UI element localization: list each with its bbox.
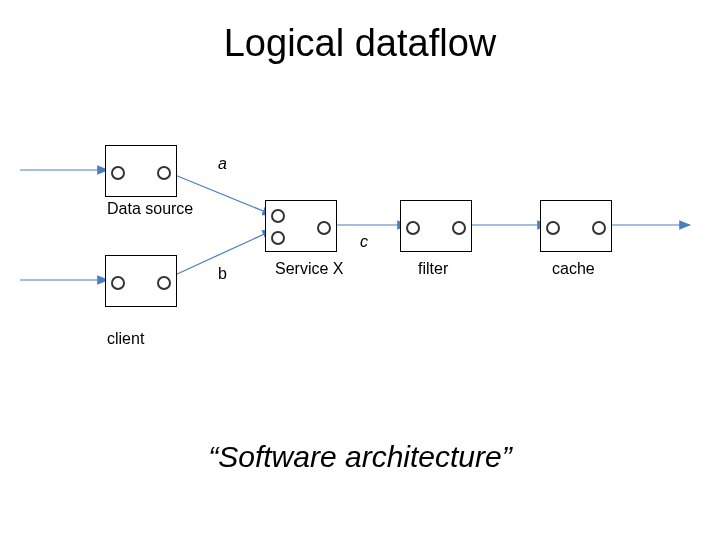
port-icon xyxy=(406,221,420,235)
port-icon xyxy=(271,231,285,245)
port-icon xyxy=(546,221,560,235)
node-top xyxy=(105,145,177,197)
label-a: a xyxy=(218,155,227,173)
label-b: b xyxy=(218,265,227,283)
node-cache xyxy=(540,200,612,252)
label-c: c xyxy=(360,233,368,251)
label-data-source: Data source xyxy=(107,200,193,218)
label-service-x: Service X xyxy=(275,260,343,278)
port-icon xyxy=(157,276,171,290)
label-filter: filter xyxy=(418,260,448,278)
page-subtitle: “Software architecture” xyxy=(0,440,720,474)
node-bottom xyxy=(105,255,177,307)
port-icon xyxy=(452,221,466,235)
port-icon xyxy=(157,166,171,180)
page-title: Logical dataflow xyxy=(0,22,720,65)
diagram-canvas: Logical dataflow Data source a client b … xyxy=(0,0,720,540)
node-filter xyxy=(400,200,472,252)
port-icon xyxy=(317,221,331,235)
port-icon xyxy=(111,166,125,180)
port-icon xyxy=(271,209,285,223)
label-client: client xyxy=(107,330,144,348)
label-cache: cache xyxy=(552,260,595,278)
port-icon xyxy=(592,221,606,235)
port-icon xyxy=(111,276,125,290)
node-service xyxy=(265,200,337,252)
